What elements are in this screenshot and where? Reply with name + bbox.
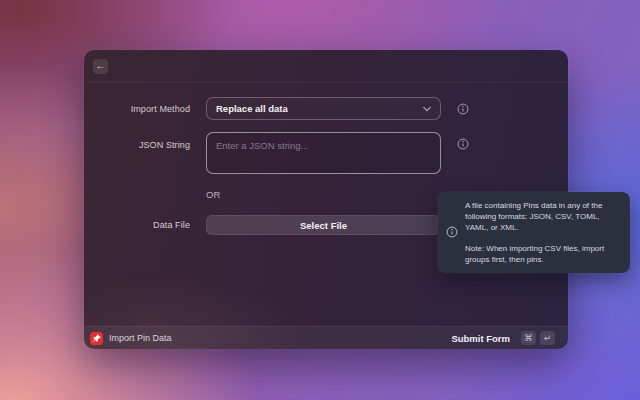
import-method-value: Replace all data	[216, 103, 423, 114]
submit-form-button[interactable]: Submit Form	[451, 333, 510, 344]
info-icon	[446, 226, 458, 238]
tooltip-paragraph: A file containing Pins data in any of th…	[465, 200, 620, 234]
pushpin-icon	[92, 334, 101, 343]
pins-app-icon	[90, 332, 103, 345]
import-method-info[interactable]	[457, 103, 481, 115]
back-button[interactable]: ←	[93, 59, 108, 74]
json-string-label: JSON String	[108, 132, 190, 150]
select-file-button[interactable]: Select File	[206, 215, 441, 235]
command-title: Import Pin Data	[109, 333, 172, 343]
import-method-label: Import Method	[108, 104, 190, 114]
json-string-input[interactable]	[206, 132, 441, 174]
tooltip-paragraph: Note: When importing CSV files, import g…	[465, 243, 620, 265]
footer-bar: Import Pin Data Submit Form ⌘ ↵	[84, 326, 568, 349]
data-file-label: Data File	[108, 220, 190, 230]
command-key-icon[interactable]: ⌘	[521, 331, 536, 345]
import-method-select[interactable]: Replace all data	[206, 97, 441, 120]
json-string-info[interactable]	[457, 132, 481, 150]
info-icon	[457, 103, 469, 115]
info-icon	[457, 138, 469, 150]
return-key-icon[interactable]: ↵	[540, 331, 555, 345]
back-arrow-icon: ←	[96, 61, 106, 71]
data-file-tooltip: A file containing Pins data in any of th…	[438, 192, 630, 273]
chevron-down-icon	[423, 106, 431, 112]
import-method-row: Import Method Replace all data	[108, 97, 568, 120]
json-string-row: JSON String	[108, 132, 568, 174]
window-header: ←	[84, 50, 568, 83]
